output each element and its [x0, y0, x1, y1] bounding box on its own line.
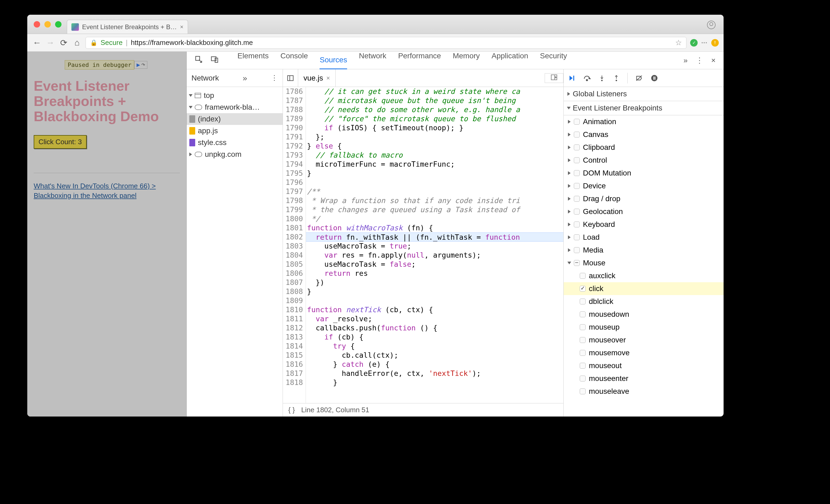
tree-file-index[interactable]: (index)	[187, 113, 283, 125]
code-line[interactable]: handleError(e, ctx, 'nextTick');	[306, 369, 564, 378]
extension-icon-3[interactable]: !	[711, 39, 719, 46]
step-out-button[interactable]	[613, 74, 620, 82]
back-button[interactable]: ←	[32, 38, 42, 48]
nav-menu-icon[interactable]: ⋮	[271, 74, 278, 82]
code-line[interactable]: // needs to do some other work, e.g. han…	[306, 105, 564, 114]
bookmark-star-icon[interactable]: ☆	[675, 38, 682, 47]
breakpoint-cat-keyboard[interactable]: Keyboard	[564, 218, 724, 231]
breakpoint-cat-drag-drop[interactable]: Drag / drop	[564, 192, 724, 205]
code-line[interactable]: } else {	[306, 141, 564, 151]
code-line[interactable]: // it can get stuck in a weird state whe…	[306, 87, 564, 96]
devtools-tab-sources[interactable]: Sources	[320, 52, 347, 69]
maximize-window-button[interactable]	[55, 21, 62, 28]
breakpoint-sub-mouseup[interactable]: mouseup	[564, 321, 724, 334]
devtools-tab-elements[interactable]: Elements	[237, 52, 269, 69]
reload-button[interactable]: ⟳	[59, 38, 68, 48]
close-devtools-icon[interactable]: ×	[711, 56, 715, 65]
tree-file-stylecss[interactable]: style.css	[187, 137, 283, 149]
devtools-tab-application[interactable]: Application	[491, 52, 528, 69]
address-bar[interactable]: 🔒 Secure | https://framework-blackboxing…	[86, 37, 687, 49]
code-line[interactable]: }	[306, 287, 564, 296]
code-line[interactable]	[306, 296, 564, 305]
more-tabs-icon[interactable]: »	[683, 56, 688, 65]
code-line[interactable]: // microtask queue but the queue isn't b…	[306, 96, 564, 105]
editor-tab-vuejs[interactable]: vue.js ×	[298, 69, 336, 87]
devtools-tab-network[interactable]: Network	[359, 52, 386, 69]
pause-on-exceptions-button[interactable]	[650, 74, 658, 82]
format-icon[interactable]: { }	[288, 406, 295, 414]
breakpoint-sub-click[interactable]: click	[564, 282, 724, 295]
code-line[interactable]: if (cb) {	[306, 333, 564, 342]
inspect-icon[interactable]	[195, 55, 203, 65]
code-line[interactable]: }	[306, 378, 564, 387]
minimize-window-button[interactable]	[44, 21, 51, 28]
resume-button[interactable]	[568, 74, 575, 82]
code-line[interactable]: * the changes are queued using a Task in…	[306, 205, 564, 214]
code-line[interactable]: })	[306, 278, 564, 287]
toggle-debugger-pane-icon[interactable]	[545, 73, 564, 83]
breakpoint-cat-load[interactable]: Load	[564, 231, 724, 244]
step-over-button[interactable]	[583, 74, 591, 82]
breakpoint-sub-mouseout[interactable]: mouseout	[564, 359, 724, 372]
devtools-tab-performance[interactable]: Performance	[398, 52, 441, 69]
step-over-icon[interactable]: ↷	[141, 62, 145, 67]
devtools-tab-security[interactable]: Security	[540, 52, 567, 69]
code-line[interactable]: } catch (e) {	[306, 360, 564, 369]
breakpoint-sub-mouseleave[interactable]: mouseleave	[564, 385, 724, 398]
tree-unpkg[interactable]: unpkg.com	[187, 149, 283, 160]
breakpoint-sub-mouseover[interactable]: mouseover	[564, 334, 724, 346]
extension-icon-1[interactable]: ✓	[690, 39, 698, 46]
breakpoint-cat-device[interactable]: Device	[564, 180, 724, 192]
code-line[interactable]: };	[306, 132, 564, 141]
breakpoint-cat-geolocation[interactable]: Geolocation	[564, 205, 724, 218]
close-editor-tab-icon[interactable]: ×	[326, 74, 330, 82]
extension-icon-2[interactable]: •••	[701, 40, 707, 45]
click-count-button[interactable]: Click Count: 3	[34, 135, 87, 149]
breakpoint-sub-mousedown[interactable]: mousedown	[564, 308, 724, 321]
code-line[interactable]: cb.call(ctx);	[306, 351, 564, 360]
event-listener-breakpoints-section[interactable]: Event Listener Breakpoints	[564, 101, 724, 115]
code-line[interactable]: if (isIOS) { setTimeout(noop); }	[306, 123, 564, 132]
tree-top[interactable]: top	[187, 90, 283, 101]
nav-more-icon[interactable]: »	[243, 73, 247, 83]
code-line[interactable]: try {	[306, 342, 564, 351]
code-line[interactable]: return fn._withTask || (fn._withTask = f…	[306, 232, 564, 242]
browser-tab[interactable]: Event Listener Breakpoints + B… ×	[67, 20, 188, 34]
code-lines[interactable]: // it can get stuck in a weird state whe…	[306, 87, 564, 403]
breakpoint-sub-mouseenter[interactable]: mouseenter	[564, 372, 724, 385]
breakpoint-cat-control[interactable]: Control	[564, 154, 724, 167]
global-listeners-section[interactable]: Global Listeners	[564, 87, 724, 101]
nav-tab-label[interactable]: Network	[191, 74, 219, 83]
close-window-button[interactable]	[34, 21, 40, 28]
code-line[interactable]: // "force" the microtask queue to be flu…	[306, 114, 564, 123]
deactivate-breakpoints-button[interactable]	[635, 74, 643, 82]
tree-domain[interactable]: framework-bla…	[187, 101, 283, 113]
breakpoint-sub-dblclick[interactable]: dblclick	[564, 295, 724, 308]
devtools-tab-console[interactable]: Console	[281, 52, 308, 69]
code-line[interactable]: function nextTick (cb, ctx) {	[306, 305, 564, 314]
code-line[interactable]: }	[306, 169, 564, 178]
breakpoint-cat-media[interactable]: Media	[564, 244, 724, 256]
step-into-button[interactable]	[599, 74, 605, 82]
breakpoint-sub-auxclick[interactable]: auxclick	[564, 270, 724, 282]
code-line[interactable]: var _resolve;	[306, 314, 564, 323]
tree-file-appjs[interactable]: app.js	[187, 125, 283, 137]
code-line[interactable]: microTimerFunc = macroTimerFunc;	[306, 160, 564, 169]
devtools-tab-memory[interactable]: Memory	[453, 52, 480, 69]
resume-icon[interactable]: ▶	[137, 62, 140, 67]
breakpoint-cat-canvas[interactable]: Canvas	[564, 128, 724, 141]
close-tab-icon[interactable]: ×	[180, 24, 184, 31]
breakpoint-cat-dom-mutation[interactable]: DOM Mutation	[564, 167, 724, 180]
forward-button[interactable]: →	[45, 38, 55, 48]
code-line[interactable]: /**	[306, 187, 564, 196]
code-line[interactable]: // fallback to macro	[306, 151, 564, 160]
code-line[interactable]: * Wrap a function so that if any code in…	[306, 196, 564, 205]
code-line[interactable]: return res	[306, 269, 564, 278]
toggle-navigator-icon[interactable]	[283, 69, 298, 87]
breakpoint-cat-animation[interactable]: Animation	[564, 115, 724, 128]
footer-link[interactable]: What's New In DevTools (Chrome 66) > Bla…	[34, 181, 180, 201]
code-line[interactable]: function withMacroTask (fn) {	[306, 223, 564, 232]
device-toggle-icon[interactable]	[211, 55, 219, 65]
breakpoint-cat-mouse[interactable]: Mouse	[564, 256, 724, 270]
code-line[interactable]	[306, 178, 564, 187]
